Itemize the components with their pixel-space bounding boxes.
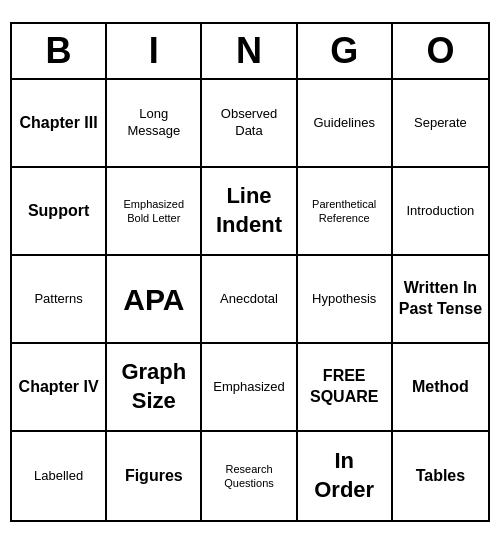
bingo-cell: Hypothesis [298, 256, 393, 344]
bingo-cell: APA [107, 256, 202, 344]
cell-label: Introduction [406, 203, 474, 220]
bingo-header-letter: O [393, 24, 488, 78]
bingo-cell: Guidelines [298, 80, 393, 168]
bingo-cell: Introduction [393, 168, 488, 256]
cell-label: Parenthetical Reference [302, 197, 387, 226]
bingo-cell: Method [393, 344, 488, 432]
cell-label: In Order [302, 447, 387, 504]
bingo-cell: Emphasized Bold Letter [107, 168, 202, 256]
bingo-card: BINGO Chapter IIILong MessageObserved Da… [10, 22, 490, 522]
bingo-cell: Seperate [393, 80, 488, 168]
cell-label: Labelled [34, 468, 83, 485]
bingo-cell: Written In Past Tense [393, 256, 488, 344]
bingo-cell: Chapter IV [12, 344, 107, 432]
cell-label: Tables [416, 466, 466, 487]
cell-label: Anecdotal [220, 291, 278, 308]
cell-label: Figures [125, 466, 183, 487]
bingo-cell: FREE SQUARE [298, 344, 393, 432]
bingo-header-letter: I [107, 24, 202, 78]
cell-label: Patterns [34, 291, 82, 308]
bingo-header-letter: B [12, 24, 107, 78]
bingo-cell: In Order [298, 432, 393, 520]
bingo-cell: Chapter III [12, 80, 107, 168]
bingo-header-letter: G [298, 24, 393, 78]
bingo-cell: Long Message [107, 80, 202, 168]
bingo-cell: Anecdotal [202, 256, 297, 344]
cell-label: Method [412, 377, 469, 398]
bingo-cell: Graph Size [107, 344, 202, 432]
bingo-cell: Line Indent [202, 168, 297, 256]
bingo-cell: Patterns [12, 256, 107, 344]
bingo-header-letter: N [202, 24, 297, 78]
bingo-cell: Figures [107, 432, 202, 520]
bingo-cell: Support [12, 168, 107, 256]
bingo-cell: Labelled [12, 432, 107, 520]
cell-label: Graph Size [111, 358, 196, 415]
cell-label: Seperate [414, 115, 467, 132]
cell-label: Line Indent [206, 182, 291, 239]
bingo-header: BINGO [12, 24, 488, 80]
cell-label: Emphasized [213, 379, 285, 396]
cell-label: Guidelines [313, 115, 374, 132]
cell-label: FREE SQUARE [302, 366, 387, 408]
bingo-cell: Parenthetical Reference [298, 168, 393, 256]
cell-label: Chapter III [19, 113, 97, 134]
bingo-grid: Chapter IIILong MessageObserved DataGuid… [12, 80, 488, 520]
bingo-cell: Observed Data [202, 80, 297, 168]
cell-label: Chapter IV [19, 377, 99, 398]
cell-label: Emphasized Bold Letter [111, 197, 196, 226]
bingo-cell: Emphasized [202, 344, 297, 432]
cell-label: Hypothesis [312, 291, 376, 308]
cell-label: Support [28, 201, 89, 222]
bingo-cell: Tables [393, 432, 488, 520]
cell-label: Observed Data [206, 106, 291, 140]
cell-label: Long Message [111, 106, 196, 140]
cell-label: Written In Past Tense [397, 278, 484, 320]
bingo-cell: Research Questions [202, 432, 297, 520]
cell-label: APA [123, 280, 184, 319]
cell-label: Research Questions [206, 462, 291, 491]
